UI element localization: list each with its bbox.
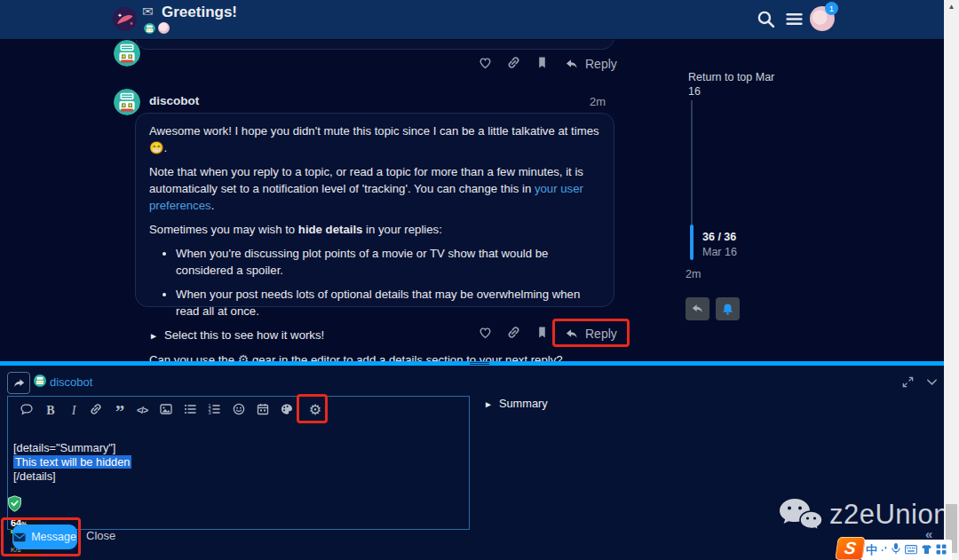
copy-link-button[interactable] <box>499 55 527 74</box>
avatar[interactable] <box>114 40 140 67</box>
post-paragraph: Awesome work! I hope you didn't mute thi… <box>149 122 604 156</box>
emoji-icon[interactable] <box>231 402 247 418</box>
post-bullet-list: When you're discussing plot points of a … <box>176 245 604 319</box>
shield-check-icon <box>7 495 22 516</box>
image-upload-icon[interactable] <box>158 402 174 418</box>
composer-text[interactable]: [details="Summary"] This text will be hi… <box>13 441 131 484</box>
svg-text:3: 3 <box>209 410 211 415</box>
annotation-message-highlight <box>1 517 81 556</box>
search-icon <box>757 10 775 28</box>
like-button[interactable] <box>471 55 499 74</box>
ime-skin-button[interactable] <box>921 542 932 558</box>
post-author[interactable]: discobot <box>149 94 199 107</box>
topic-participants <box>144 22 170 34</box>
avatar[interactable] <box>114 89 140 115</box>
reply-to-username[interactable]: discobot <box>50 375 92 389</box>
ime-language-toggle[interactable]: 中 <box>866 542 877 558</box>
microphone-icon <box>891 542 901 555</box>
ime-bar: 中 ·’ <box>860 540 952 560</box>
chevron-down-icon <box>925 375 939 389</box>
editor-line: [details="Summary"] <box>13 441 131 455</box>
timeline-date: Mar 16 <box>702 246 737 258</box>
editor-line: [/details] <box>13 469 131 484</box>
comment-icon[interactable] <box>19 402 35 418</box>
keyboard-icon <box>905 545 917 555</box>
browser-scrollbar[interactable]: ▲ <box>944 0 959 560</box>
post-paragraph: Note that when you reply to a topic, or … <box>149 163 604 214</box>
calendar-icon[interactable] <box>255 402 271 418</box>
ime-menu-button[interactable] <box>936 542 947 558</box>
timeline-track[interactable] <box>691 100 693 226</box>
grippie-handle <box>470 362 489 363</box>
reply-button[interactable]: Reply <box>556 51 626 76</box>
wechat-icon <box>778 495 824 534</box>
code-icon[interactable]: </> <box>134 405 150 421</box>
notification-level-button[interactable] <box>716 297 740 320</box>
ime-toolbar: S 中 ·’ <box>836 536 952 560</box>
reply-to-avatar <box>34 375 46 390</box>
bullet-item: When your post needs lots of optional de… <box>176 286 604 319</box>
link-icon <box>506 55 521 70</box>
bulleted-list-icon[interactable] <box>182 402 198 418</box>
ime-keyboard-button[interactable] <box>905 542 917 558</box>
timeline-scrubber[interactable] <box>690 225 693 260</box>
ime-mic-button[interactable] <box>891 542 901 558</box>
post-timestamp: 2m <box>590 95 606 108</box>
close-composer-button[interactable]: Close <box>86 529 115 542</box>
like-button[interactable] <box>471 325 499 343</box>
preview-summary[interactable]: Summary <box>499 397 548 410</box>
bold-icon[interactable]: B <box>43 402 59 418</box>
composer-preview: ►Summary <box>484 397 548 410</box>
reply-arrow-icon <box>693 304 702 312</box>
tshirt-icon <box>921 544 932 555</box>
bullet-item: When you're discussing plot points of a … <box>176 245 604 279</box>
notification-badge[interactable]: 1 <box>825 2 838 15</box>
annotation-reply-highlight <box>552 319 630 347</box>
user-menu-button[interactable]: 1 <box>810 6 835 31</box>
timeline-progress: 36 / 36 <box>702 231 736 243</box>
expand-composer-button[interactable] <box>901 375 915 392</box>
link-icon[interactable] <box>88 402 104 418</box>
composer-editor[interactable]: B I ” </> 123 ⚙ <box>7 396 470 530</box>
forward-arrow-icon <box>14 379 24 387</box>
editor-line: This text will be hidden <box>13 455 131 469</box>
timeline-last-activity: 2m <box>686 268 701 280</box>
heart-icon <box>480 328 490 337</box>
numbered-list-icon[interactable]: 123 <box>206 402 222 418</box>
participant-avatar[interactable] <box>158 22 170 34</box>
hamburger-menu-button[interactable] <box>785 10 804 29</box>
sogou-logo[interactable]: S <box>835 537 866 560</box>
link-icon <box>506 325 521 340</box>
composer-grippie[interactable] <box>0 361 959 366</box>
site-logo[interactable] <box>113 7 137 31</box>
copy-link-button[interactable] <box>499 325 527 343</box>
robot-avatar-icon <box>114 89 140 115</box>
scroll-up-arrow[interactable]: ▲ <box>944 3 959 11</box>
envelope-icon: ✉ <box>142 4 154 20</box>
grippie-handle <box>470 364 489 365</box>
timeline-reply-button[interactable] <box>686 297 709 320</box>
prev-post-actions: Reply <box>471 53 626 75</box>
watermark: z2eUnion <box>778 495 949 534</box>
expand-icon <box>901 375 915 389</box>
discourse-app: Reply discobot 2m Awesome work! I hope y… <box>0 0 959 560</box>
blockquote-icon[interactable]: ” <box>112 402 128 418</box>
timeline-return-to-top[interactable]: Return to top Mar 16 <box>688 70 777 99</box>
hamburger-icon <box>785 10 804 28</box>
topic-title[interactable]: Greetings! <box>162 4 237 21</box>
ime-punctuation-toggle[interactable]: ·’ <box>881 545 887 556</box>
jump-to-post-button[interactable] <box>7 372 30 394</box>
palette-icon[interactable] <box>279 402 295 418</box>
collapse-composer-button[interactable] <box>925 375 939 392</box>
annotation-gear-highlight <box>297 394 328 423</box>
grid-icon <box>936 544 947 555</box>
bookmark-button[interactable] <box>527 55 556 74</box>
robot-avatar-icon <box>114 40 140 67</box>
bookmark-icon <box>539 57 545 67</box>
participant-avatar[interactable] <box>144 22 155 34</box>
collapsed-triangle-icon: ► <box>484 399 493 409</box>
italic-icon[interactable]: I <box>66 402 82 418</box>
search-button[interactable] <box>757 10 776 29</box>
collapsed-triangle-icon: ► <box>149 327 158 344</box>
site-header: ✉ Greetings! 1 <box>0 0 944 39</box>
